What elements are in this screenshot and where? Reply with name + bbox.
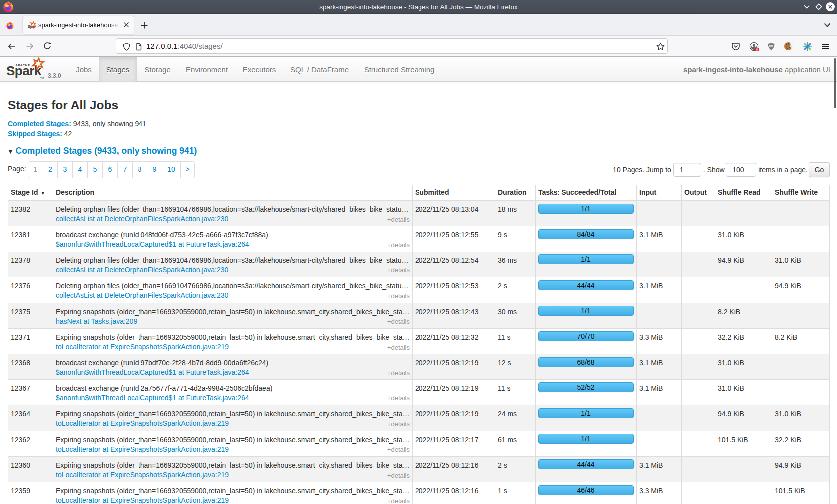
svg-text:UO: UO — [769, 45, 773, 48]
svg-text:Spark: Spark — [28, 25, 36, 29]
